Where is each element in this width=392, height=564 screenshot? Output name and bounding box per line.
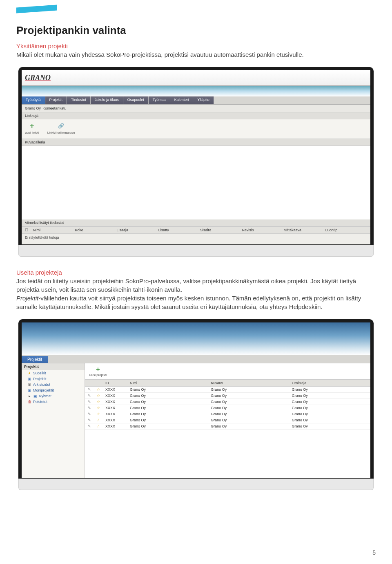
- col-mittakaava[interactable]: Mittakaava: [284, 228, 325, 232]
- expand-icon: ▸: [27, 394, 31, 398]
- cell-owner: Grano Oy: [290, 417, 370, 423]
- monitor-chin: [18, 245, 374, 257]
- tabs-row: Työpöytä Projektit Tiedostot Jakelu ja t…: [22, 96, 370, 105]
- edit-icon[interactable]: ✎: [85, 393, 94, 399]
- star-icon[interactable]: ☆: [94, 387, 103, 393]
- cell-desc: Grano Oy: [208, 411, 289, 417]
- page-number: 5: [372, 549, 376, 556]
- col-lisatty[interactable]: Lisätty: [158, 228, 200, 232]
- page-title: Projektipankin valinta: [16, 24, 376, 37]
- section1-body: Mikäli olet mukana vain yhdessä SokoPro-…: [16, 50, 376, 59]
- col-nimi[interactable]: Nimi: [33, 228, 75, 232]
- breadcrumb: Grano Oy, Komeetankatu: [22, 105, 370, 112]
- star-icon[interactable]: ☆: [94, 405, 103, 411]
- star-icon: ★: [27, 371, 31, 375]
- table-row[interactable]: ✎☆XXXXGrano OyGrano OyGrano Oy: [85, 417, 370, 423]
- sidebar-item-poistetut[interactable]: 🗑 Poistetut: [22, 399, 85, 405]
- table-row[interactable]: ✎☆XXXXGrano OyGrano OyGrano Oy: [85, 423, 370, 430]
- col-luontip[interactable]: Luontip: [325, 228, 367, 232]
- edit-icon[interactable]: ✎: [85, 399, 94, 405]
- sidebar-item-moniprojektit[interactable]: ▣ Moniprojektit: [22, 387, 85, 393]
- projects-content: + Uusi projekti ID Nimi Kuvaus: [85, 363, 370, 478]
- section-gallery-header: Kuvagalleria: [22, 139, 370, 146]
- cell-desc: Grano Oy: [208, 399, 289, 405]
- add-link-button[interactable]: + uusi linkki: [25, 122, 39, 134]
- star-icon[interactable]: ☆: [94, 411, 103, 417]
- section2-body: Jos teidät on liitetty useisiin projekte…: [16, 277, 376, 311]
- cell-desc: Grano Oy: [208, 405, 289, 411]
- edit-icon[interactable]: ✎: [85, 417, 94, 423]
- sidebar-item-suosikit[interactable]: ★ Suosikit: [22, 370, 85, 376]
- accent-bar: [16, 5, 57, 13]
- folder-icon: ▣: [27, 377, 31, 381]
- cell-id: XXXX: [103, 411, 127, 417]
- cell-desc: Grano Oy: [208, 387, 289, 393]
- tab-kalenteri[interactable]: Kalenteri: [170, 96, 194, 104]
- section2-subtitle: Useita projekteja: [16, 269, 376, 276]
- edit-icon[interactable]: ✎: [85, 423, 94, 430]
- tab-projektit[interactable]: Projektit: [45, 96, 67, 104]
- table-row[interactable]: ✎☆XXXXGrano OyGrano OyGrano Oy: [85, 399, 370, 405]
- manage-links-button[interactable]: 🔗 Linkki hallinnasoon: [47, 122, 75, 134]
- table-row[interactable]: ✎☆XXXXGrano OyGrano OyGrano Oy: [85, 411, 370, 417]
- cell-desc: Grano Oy: [208, 423, 289, 430]
- cell-name: Grano Oy: [127, 399, 208, 405]
- edit-icon[interactable]: ✎: [85, 387, 94, 393]
- col-fav: [94, 380, 103, 387]
- plus-icon: +: [28, 122, 36, 130]
- plus-icon: +: [89, 366, 107, 373]
- sidebar-item-arkistoidut[interactable]: ▣ Arkistoidut: [22, 382, 85, 387]
- gallery-empty-area: [22, 146, 370, 219]
- section1-subtitle: Yksittäinen projekti: [16, 43, 376, 49]
- col-kuvaus[interactable]: Kuvaus: [208, 380, 289, 387]
- table-row[interactable]: ✎☆XXXXGrano OyGrano OyGrano Oy: [85, 387, 370, 393]
- col-id[interactable]: ID: [103, 380, 127, 387]
- links-toolbar: + uusi linkki 🔗 Linkki hallinnasoon: [22, 119, 370, 139]
- tab-projektit-2[interactable]: Projektit: [22, 356, 48, 363]
- col-edit: [85, 380, 94, 387]
- tab-tiedostot[interactable]: Tiedostot: [67, 96, 91, 104]
- banner-image-2: [22, 322, 370, 355]
- cell-name: Grano Oy: [127, 411, 208, 417]
- star-icon[interactable]: ☆: [94, 393, 103, 399]
- tab-osapuolet[interactable]: Osapuolet: [123, 96, 149, 104]
- add-link-label: uusi linkki: [25, 131, 39, 134]
- table-row[interactable]: ✎☆XXXXGrano OyGrano OyGrano Oy: [85, 393, 370, 399]
- col-lisaaja[interactable]: Lisääjä: [117, 228, 158, 232]
- cell-name: Grano Oy: [127, 387, 208, 393]
- app-header: GRANO: [22, 70, 370, 86]
- cell-desc: Grano Oy: [208, 417, 289, 423]
- cell-id: XXXX: [103, 417, 127, 423]
- col-revisio[interactable]: Revisio: [242, 228, 283, 232]
- tab-jakelu[interactable]: Jakelu ja tilaus: [91, 96, 123, 104]
- tab-yllapito[interactable]: Ylläpito: [193, 96, 214, 104]
- logo: GRANO: [25, 74, 51, 82]
- col-sisalto[interactable]: Sisältö: [200, 228, 242, 232]
- cell-id: XXXX: [103, 387, 127, 393]
- monitor-chin: [18, 479, 374, 490]
- star-icon[interactable]: ☆: [94, 417, 103, 423]
- sidebar-item-projektit[interactable]: ▣ Projektit: [22, 376, 85, 382]
- cell-name: Grano Oy: [127, 405, 208, 411]
- col-nimi[interactable]: Nimi: [127, 380, 208, 387]
- sidebar-item-ryhmat[interactable]: ▸ ▣ Ryhmät: [22, 393, 85, 399]
- no-data-text: Ei näytettävää tietoja: [22, 234, 370, 241]
- star-icon[interactable]: ☆: [94, 423, 103, 430]
- star-icon[interactable]: ☆: [94, 399, 103, 405]
- col-koko[interactable]: Koko: [75, 228, 116, 232]
- cell-owner: Grano Oy: [290, 411, 370, 417]
- banner-image: [22, 86, 370, 96]
- folder-icon: ▣: [33, 394, 37, 398]
- tab-tyopoyta[interactable]: Työpöytä: [22, 96, 45, 104]
- italic-word: Projektit: [16, 295, 38, 302]
- edit-icon[interactable]: ✎: [85, 411, 94, 417]
- edit-icon[interactable]: ✎: [85, 405, 94, 411]
- cell-id: XXXX: [103, 393, 127, 399]
- table-row[interactable]: ✎☆XXXXGrano OyGrano OyGrano Oy: [85, 405, 370, 411]
- tab-tyomaa[interactable]: Työmaa: [149, 96, 170, 104]
- screenshot1-monitor: GRANO Työpöytä Projektit Tiedostot Jakel…: [18, 67, 374, 257]
- col-checkbox: ☐: [25, 228, 33, 232]
- new-project-button[interactable]: + Uusi projekti: [89, 366, 107, 377]
- sidebar-header: Projektit: [22, 363, 85, 370]
- col-omistaja[interactable]: Omistaja: [290, 380, 370, 387]
